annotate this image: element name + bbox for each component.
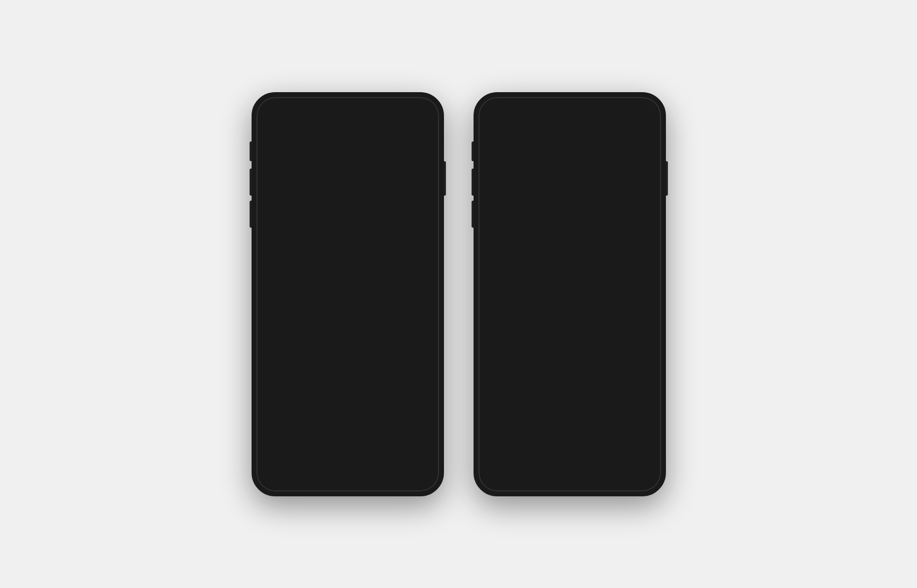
task-due-exercise-dark: Today ↻	[319, 219, 341, 226]
tomorrow-section-chip[interactable]: ∨ Tomorrow	[264, 269, 318, 282]
today-section-chip[interactable]: ∨ Today	[264, 184, 305, 198]
back-button-light[interactable]: ←	[486, 114, 496, 126]
task-meta-exercise-light: Everyday · 🗓 Today ↻	[504, 219, 639, 226]
star-icon-onboarding-dark[interactable]: ☆	[423, 297, 431, 308]
close-filter-icon[interactable]: ×	[360, 160, 364, 167]
task-due-exercise-light: Today	[541, 219, 557, 226]
filter-row-dark: ≡ This week By due date ×	[257, 156, 439, 178]
task-due-campaign-dark: Today	[321, 249, 336, 256]
task-title-case-light: Case study	[504, 348, 639, 357]
task-content-campaign-light: Campaign - follow ups Marketing · 🗓 Toda…	[504, 239, 639, 256]
notification-icon-light: ⬛	[592, 102, 599, 108]
star-icon-campaign-dark[interactable]: ☆	[423, 242, 431, 253]
tomorrow-section-chip-light[interactable]: ∨ Tomorrow	[486, 268, 540, 282]
task-content-onboarding-dark: Onboarding ideas - work with Design Onbo…	[282, 294, 417, 311]
notification-icon: ⬛	[370, 102, 377, 108]
status-time-dark: 1:18	[266, 101, 279, 108]
dot-icon-light: ·	[617, 102, 619, 107]
task-content-exercise-light: Exercise Everyday · 🗓 Today ↻	[504, 209, 639, 226]
page-title-light: Planned	[478, 129, 661, 156]
dark-screen: 1:18 ⊙ ⬛ ⬛ ◉ · ▼▲ 🔋91% ← ⋮ Planned	[257, 97, 439, 491]
volume-down-button-light	[472, 201, 474, 228]
status-icons-dark: ⊙ ⬛ ⬛ ◉ · ▼▲ 🔋91%	[364, 102, 429, 108]
signal-icon: ▼▲	[399, 102, 409, 107]
calendar-icon-exercise-light: 🗓	[534, 220, 539, 226]
task-project-onboarding-dark: Onboarding ·	[282, 304, 316, 311]
menu-icon-light: ≡	[492, 160, 496, 168]
star-icon-exercise-dark[interactable]: ☆	[423, 212, 431, 223]
task-checkbox-case-light[interactable]	[486, 351, 498, 363]
calendar-icon-onboarding: 🗓	[318, 305, 324, 311]
section-tomorrow-light: ∨ Tomorrow	[478, 264, 661, 286]
chevron-down-mon-light: ∨	[493, 326, 497, 333]
task-case-study-light[interactable]: Case study Marketing · 🗓 Mon, 8 Jun ☆	[478, 343, 661, 372]
more-button-light[interactable]: ⋮	[643, 114, 653, 126]
repeat-icon: ↻	[559, 219, 564, 226]
star-icon-onboarding-light[interactable]: ☆	[645, 297, 653, 308]
filter-this-week-light[interactable]: ≡ This week	[486, 156, 534, 171]
task-content-case-light: Case study Marketing · 🗓 Mon, 8 Jun	[504, 348, 639, 365]
calendar-icon-case: 🗓	[313, 359, 319, 365]
task-checkbox-onboarding-dark[interactable]	[264, 297, 276, 309]
section-tomorrow-dark: ∨ Tomorrow	[257, 265, 439, 286]
star-icon-campaign-light[interactable]: ☆	[645, 242, 653, 253]
mute-button	[250, 141, 252, 161]
chevron-down-icon: ∨	[271, 187, 275, 194]
calendar-icon-campaign: 🗓	[313, 250, 319, 256]
volume-up-button-light	[472, 169, 474, 196]
header-light: ← ⋮	[478, 110, 661, 129]
back-button-dark[interactable]: ←	[264, 114, 274, 126]
task-checkbox-dark[interactable]	[264, 212, 276, 224]
dark-phone: 1:18 ⊙ ⬛ ⬛ ◉ · ▼▲ 🔋91% ← ⋮ Planned	[252, 92, 444, 496]
task-campaign-dark[interactable]: Campaign - follow ups Marketing · 🗓 Toda…	[257, 234, 439, 263]
task-list-light: ∨ Today Exercise Everyday · 🗓 Today ↻	[478, 178, 661, 382]
battery-icon-light: 🔋91%	[633, 102, 651, 108]
filter-label-date-light: By due date	[544, 160, 578, 167]
section-mon-dark: ∨ Mon, 8 Jun	[257, 319, 439, 341]
chevron-down-tomorrow-light: ∨	[493, 272, 497, 278]
mute-button-light	[472, 141, 474, 161]
mon-section-chip[interactable]: ∨ Mon, 8 Jun	[264, 323, 321, 337]
star-icon-case-dark[interactable]: ☆	[423, 352, 431, 363]
task-campaign-light[interactable]: Campaign - follow ups Marketing · 🗓 Toda…	[478, 233, 661, 262]
filter-by-date-light[interactable]: By due date ×	[538, 156, 591, 171]
task-checkbox-campaign-dark[interactable]	[264, 242, 276, 254]
task-meta-onboarding-light: Onboarding · 🗓 Tomorrow	[504, 304, 639, 311]
filter-by-date-dark[interactable]: By due date ×	[316, 156, 369, 171]
task-onboarding-dark[interactable]: Onboarding ideas - work with Design Onbo…	[257, 288, 439, 317]
calendar-icon: 🗓	[312, 220, 317, 226]
task-checkbox-case-dark[interactable]	[264, 351, 276, 363]
task-case-study-dark[interactable]: Case study Marketing · 🗓 Mon, 8 Jun ☆	[257, 343, 439, 372]
task-exercise-dark[interactable]: Exercise Everyday · 🗓 Today ↻ ☆	[257, 204, 439, 233]
task-project-campaign-light: Marketing ·	[504, 249, 533, 256]
mon-section-chip-light[interactable]: ∨ Mon, 8 Jun	[486, 323, 543, 337]
filter-label-date: By due date	[322, 160, 356, 167]
task-project-onboarding-light: Onboarding ·	[504, 304, 538, 311]
status-bar-light: 1:15 ⊙ ⬛ ⬛ ◉ · ▼▲ 🔋91%	[478, 97, 661, 110]
filter-this-week-dark[interactable]: ≡ This week	[264, 156, 312, 171]
more-button-dark[interactable]: ⋮	[421, 114, 431, 126]
task-title-onboarding-light: Onboarding ideas - work with Design	[504, 294, 639, 302]
notification2-icon: ⬛	[379, 102, 386, 108]
battery-icon: 🔋91%	[411, 102, 429, 108]
dot-icon: ·	[395, 102, 397, 107]
close-filter-icon-light[interactable]: ×	[582, 160, 586, 167]
menu-icon: ≡	[270, 160, 274, 168]
task-title-campaign-dark: Campaign - follow ups	[282, 240, 417, 248]
filter-label-week-light: This week	[499, 160, 528, 167]
task-due-case-dark: Mon, 8 Jun	[321, 359, 350, 366]
star-icon-exercise-light[interactable]: ☆	[645, 212, 653, 223]
task-checkbox-onboarding-light[interactable]	[486, 296, 498, 308]
task-title-exercise-light: Exercise	[504, 209, 639, 218]
chevron-down-icon-mon: ∨	[271, 327, 275, 333]
signal-icon-light: ▼▲	[621, 102, 631, 107]
task-content-onboarding-light: Onboarding ideas - work with Design Onbo…	[504, 294, 639, 311]
task-project-case-dark: Marketing ·	[282, 359, 311, 366]
today-section-chip-light[interactable]: ∨ Today	[486, 184, 527, 198]
task-onboarding-light[interactable]: Onboarding ideas - work with Design Onbo…	[478, 288, 661, 317]
task-exercise-light[interactable]: Exercise Everyday · 🗓 Today ↻ ☆	[478, 204, 661, 233]
task-title-onboarding-dark: Onboarding ideas - work with Design	[282, 294, 417, 303]
task-checkbox-exercise-light[interactable]	[486, 212, 498, 224]
task-checkbox-campaign-light[interactable]	[486, 242, 498, 253]
star-icon-case-light[interactable]: ☆	[645, 351, 653, 362]
